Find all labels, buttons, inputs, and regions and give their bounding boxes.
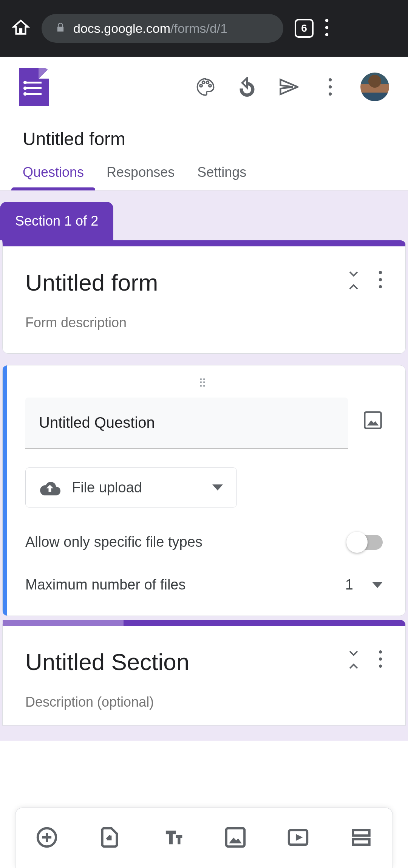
tab-settings[interactable]: Settings bbox=[197, 164, 246, 190]
svg-point-7 bbox=[379, 278, 382, 281]
max-files-value: 1 bbox=[345, 577, 353, 593]
section-title-input[interactable]: Untitled form bbox=[25, 269, 348, 296]
browser-home-icon[interactable] bbox=[11, 18, 30, 39]
send-icon[interactable] bbox=[277, 76, 300, 98]
allow-specific-types-label: Allow only specific file types bbox=[25, 534, 349, 550]
section-more-icon[interactable] bbox=[378, 650, 383, 670]
add-question-icon[interactable] bbox=[36, 826, 58, 850]
more-options-icon[interactable] bbox=[319, 76, 342, 98]
question-type-label: File upload bbox=[72, 480, 142, 496]
browser-tab-count[interactable]: 6 bbox=[295, 19, 314, 38]
section-accent-progress bbox=[3, 620, 124, 626]
undo-icon[interactable] bbox=[236, 76, 258, 98]
section-description-input[interactable] bbox=[25, 315, 383, 331]
theme-palette-icon[interactable] bbox=[194, 76, 217, 98]
browser-more-icon[interactable] bbox=[325, 18, 329, 39]
svg-point-10 bbox=[379, 650, 382, 653]
chevron-down-icon bbox=[372, 582, 383, 588]
section-header-card[interactable]: Untitled form bbox=[2, 240, 406, 354]
add-video-icon[interactable] bbox=[287, 826, 309, 850]
url-text: docs.google.com/forms/d/1 bbox=[73, 21, 227, 36]
add-title-icon[interactable] bbox=[162, 826, 184, 850]
tab-questions[interactable]: Questions bbox=[23, 164, 84, 190]
allow-specific-types-toggle[interactable] bbox=[349, 535, 383, 550]
question-card[interactable]: ⠿ File upload Allow only specific file t… bbox=[2, 365, 406, 616]
svg-point-4 bbox=[329, 85, 332, 88]
svg-point-6 bbox=[379, 271, 382, 274]
max-files-label: Maximum number of files bbox=[25, 577, 345, 593]
svg-point-11 bbox=[379, 658, 382, 661]
svg-point-3 bbox=[329, 78, 332, 81]
svg-point-8 bbox=[379, 285, 382, 288]
section2-description-input[interactable] bbox=[25, 694, 383, 710]
floating-toolbar bbox=[15, 808, 393, 868]
lock-icon bbox=[55, 22, 66, 34]
tab-responses[interactable]: Responses bbox=[107, 164, 175, 190]
section2-title-input[interactable]: Untitled Section bbox=[25, 648, 348, 675]
user-avatar[interactable] bbox=[360, 73, 389, 101]
svg-rect-16 bbox=[353, 830, 369, 836]
section-more-icon[interactable] bbox=[378, 270, 383, 291]
svg-point-5 bbox=[329, 93, 332, 96]
svg-point-12 bbox=[379, 665, 382, 668]
svg-point-0 bbox=[325, 19, 328, 22]
svg-rect-9 bbox=[365, 412, 381, 428]
google-forms-logo-icon[interactable] bbox=[19, 68, 49, 106]
section-2-header-card[interactable]: Untitled Section bbox=[2, 620, 406, 726]
form-doc-title[interactable]: Untitled form bbox=[23, 128, 385, 149]
max-files-select[interactable]: 1 bbox=[345, 577, 383, 593]
form-title-area: Untitled form bbox=[0, 117, 408, 153]
question-type-select[interactable]: File upload bbox=[25, 467, 237, 507]
add-section-icon[interactable] bbox=[350, 826, 372, 850]
app-header bbox=[0, 57, 408, 117]
browser-url-bar[interactable]: docs.google.com/forms/d/1 bbox=[42, 14, 283, 43]
svg-rect-17 bbox=[353, 839, 369, 845]
question-title-input[interactable] bbox=[25, 398, 348, 449]
add-image-icon[interactable] bbox=[363, 410, 383, 432]
svg-point-2 bbox=[325, 33, 328, 36]
editor-tabs: Questions Responses Settings bbox=[0, 153, 408, 190]
import-questions-icon[interactable] bbox=[99, 826, 121, 850]
collapse-section-icon[interactable] bbox=[348, 648, 359, 671]
svg-point-1 bbox=[325, 26, 328, 29]
chevron-down-icon bbox=[212, 484, 223, 490]
add-image-icon[interactable] bbox=[224, 826, 246, 850]
form-canvas: Section 1 of 2 Untitled form ⠿ bbox=[0, 190, 408, 741]
svg-rect-14 bbox=[226, 828, 244, 846]
section-indicator: Section 1 of 2 bbox=[0, 202, 113, 240]
drag-handle-icon[interactable]: ⠿ bbox=[25, 377, 383, 398]
browser-bar: docs.google.com/forms/d/1 6 bbox=[0, 0, 408, 57]
collapse-section-icon[interactable] bbox=[348, 269, 359, 292]
